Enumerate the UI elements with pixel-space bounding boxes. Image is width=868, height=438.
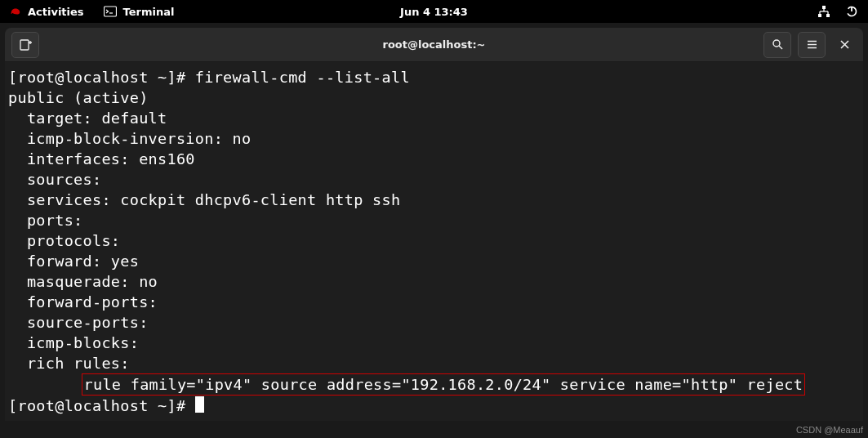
terminal-line: target: default <box>8 110 167 127</box>
terminal-line: ports: <box>8 212 92 229</box>
terminal-line: icmp-blocks: <box>8 334 149 351</box>
activities-label: Activities <box>28 6 84 18</box>
highlighted-rule: rule family="ipv4" source address="192.1… <box>82 373 806 396</box>
richrule-text: rule family="ipv4" source address="192.1… <box>84 376 803 393</box>
svg-rect-3 <box>818 14 821 17</box>
svg-rect-2 <box>822 6 826 9</box>
titlebar: root@localhost:~ <box>5 28 863 62</box>
window-title: root@localhost:~ <box>382 38 485 51</box>
terminal-launcher[interactable]: Terminal <box>104 6 175 18</box>
terminal-line: forward: yes <box>8 253 139 270</box>
terminal-line: [root@localhost ~]# firewall-cmd --list-… <box>8 69 410 86</box>
svg-rect-4 <box>826 14 830 17</box>
terminal-line: public (active) <box>8 89 149 106</box>
terminal-line: icmp-block-inversion: no <box>8 130 251 147</box>
svg-line-15 <box>779 46 782 49</box>
topbar-right <box>817 5 858 18</box>
topbar-left: Activities Terminal <box>10 6 174 18</box>
terminal-launcher-label: Terminal <box>123 6 175 18</box>
terminal-prompt: [root@localhost ~]# <box>8 397 195 414</box>
terminal-icon <box>104 6 117 17</box>
new-tab-button[interactable] <box>11 32 39 58</box>
terminal-body[interactable]: [root@localhost ~]# firewall-cmd --list-… <box>5 62 863 421</box>
svg-point-14 <box>773 40 780 47</box>
terminal-line: rich rules: <box>8 355 139 372</box>
terminal-line: protocols: <box>8 232 130 249</box>
network-icon[interactable] <box>817 5 830 18</box>
svg-rect-0 <box>104 7 116 16</box>
terminal-line: source-ports: <box>8 314 158 331</box>
cursor <box>195 396 204 413</box>
menu-button[interactable] <box>798 32 826 58</box>
clock[interactable]: Jun 4 13:43 <box>400 6 468 18</box>
terminal-line: interfaces: ens160 <box>8 150 195 168</box>
search-button[interactable] <box>763 32 791 58</box>
power-icon[interactable] <box>845 5 858 18</box>
titlebar-right <box>762 32 858 58</box>
redhat-icon <box>10 6 21 17</box>
terminal-line: forward-ports: <box>8 293 167 311</box>
close-button[interactable] <box>830 32 858 58</box>
watermark: CSDN @Meaauf <box>796 425 863 435</box>
terminal-window: root@localhost:~ [root@localhost ~]# fir… <box>5 28 863 421</box>
richrule-indent <box>8 376 83 393</box>
terminal-line: sources: <box>8 171 111 188</box>
terminal-line: masquerade: no <box>8 273 158 290</box>
activities-button[interactable]: Activities <box>10 6 84 18</box>
svg-rect-11 <box>20 40 29 50</box>
terminal-line: services: cockpit dhcpv6-client http ssh <box>8 191 400 208</box>
gnome-topbar: Activities Terminal Jun 4 13:43 <box>0 0 868 23</box>
